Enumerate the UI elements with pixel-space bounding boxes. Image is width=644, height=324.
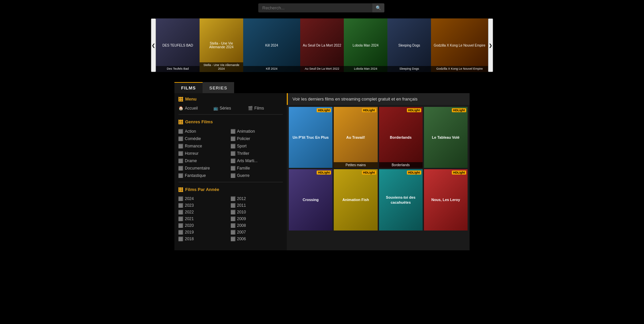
genre-icon-8: [178, 158, 183, 163]
genre-item-policier[interactable]: Policier: [231, 135, 283, 142]
hd-badge-0: HDLight: [317, 108, 331, 112]
movie-thumb-inner-5: Animation Fish: [334, 169, 377, 230]
genre-icon-7: [231, 151, 235, 156]
genre-item-thriller[interactable]: Thriller: [231, 150, 283, 157]
genre-item-documentaire[interactable]: Documentaire: [178, 165, 231, 172]
genre-item-comedie[interactable]: Comédie: [178, 135, 231, 142]
year-item-2006[interactable]: 2006: [231, 236, 283, 242]
hd-badge-4: HDLight: [317, 171, 331, 175]
year-item-2019[interactable]: 2019: [178, 229, 231, 236]
hero-item-2[interactable]: Kill 2024Kill 2024: [243, 18, 300, 72]
year-item-2020[interactable]: 2020: [178, 222, 231, 229]
year-icon-1: [231, 196, 235, 201]
hero-item-caption-3: Au Seuil De La Mort 2022: [300, 66, 344, 72]
sidebar: Menu 🏠Accueil📺Séries🎬Films Genres Films …: [174, 93, 287, 250]
tab-series[interactable]: SERIES: [203, 82, 234, 93]
movie-card-7[interactable]: Nous, Les LeroyHDLight: [424, 169, 468, 230]
sidebar-nav-films[interactable]: 🎬Films: [248, 105, 283, 112]
genre-icon-1: [231, 129, 235, 134]
header: 🔍: [0, 0, 644, 15]
genres-icon: [178, 120, 183, 124]
movie-card-6[interactable]: Souviens-toi des cacahuètesHDLight: [379, 169, 423, 230]
genre-item-sport[interactable]: Sport: [231, 142, 283, 150]
year-item-2021[interactable]: 2021: [178, 215, 231, 222]
movie-thumb-5: Animation FishHDLight: [334, 169, 377, 230]
hero-item-1[interactable]: Stella - Une Vie Allemande 2024Stella - …: [200, 18, 243, 72]
genre-item-guerre[interactable]: Guerre: [231, 172, 283, 179]
search-input[interactable]: [258, 3, 372, 12]
genre-item-romance[interactable]: Romance: [178, 142, 231, 150]
divider: [178, 114, 283, 115]
movie-thumb-inner-0: Un P'tit Truc En Plus: [289, 107, 332, 168]
tab-films[interactable]: FILMS: [174, 82, 203, 93]
hero-right-arrow[interactable]: ❯: [488, 18, 493, 72]
genres-section-title: Genres Films: [174, 116, 287, 126]
year-item-2007[interactable]: 2007: [231, 229, 283, 236]
movie-card-0[interactable]: Un P'tit Truc En PlusHDLight: [289, 107, 332, 168]
hd-badge-7: HDLight: [452, 171, 466, 175]
tabs-bar: FILMSSERIES: [174, 82, 470, 93]
hero-item-0[interactable]: DES TEUFELS BADDes Teufels Bad: [156, 18, 200, 72]
year-item-2022[interactable]: 2022: [178, 209, 231, 215]
hero-left-arrow[interactable]: ❮: [151, 18, 156, 72]
sidebar-nav-series[interactable]: 📺Séries: [213, 105, 248, 112]
genre-icon-0: [178, 129, 183, 134]
movie-card-5[interactable]: Animation FishHDLight: [334, 169, 377, 230]
content-area: Voir les derniers films en streaming com…: [287, 93, 470, 250]
hero-item-6[interactable]: Godzilla X Kong Le Nouvel EmpireGodzilla…: [431, 18, 488, 72]
movie-card-1[interactable]: Au Travail!HDLightPetites mains: [334, 107, 377, 168]
year-icon-4: [178, 210, 183, 214]
years-icon: [178, 187, 183, 192]
year-icon-13: [231, 237, 235, 241]
movie-card-2[interactable]: BorderlandsHDLightBorderlands: [379, 107, 423, 168]
hero-item-4[interactable]: Lobola Man 2024Lobola Man 2024: [344, 18, 387, 72]
search-button[interactable]: 🔍: [372, 3, 384, 12]
genre-item-action[interactable]: Action: [178, 128, 231, 135]
movie-thumb-4: CrossingHDLight: [289, 169, 332, 230]
hero-item-thumb-3: Au Seuil De La Mort 2022: [300, 18, 344, 72]
year-item-2024[interactable]: 2024: [178, 195, 231, 202]
hero-item-thumb-4: Lobola Man 2024: [344, 18, 387, 72]
year-item-2012[interactable]: 2012: [231, 195, 283, 202]
year-item-2011[interactable]: 2011: [231, 202, 283, 209]
year-icon-2: [178, 203, 183, 208]
year-icon-3: [231, 203, 235, 208]
movies-grid: Un P'tit Truc En PlusHDLightAu Travail!H…: [287, 105, 470, 233]
genre-icon-12: [178, 173, 183, 178]
genre-item-arts-marti[interactable]: Arts Marti...: [231, 157, 283, 165]
search-bar: 🔍: [258, 3, 386, 12]
movie-thumb-inner-1: Au Travail!: [334, 107, 377, 168]
genre-item-horreur[interactable]: Horreur: [178, 150, 231, 157]
nav-icon-2: 🎬: [248, 106, 253, 111]
hd-badge-2: HDLight: [407, 108, 421, 112]
year-item-2023[interactable]: 2023: [178, 202, 231, 209]
movie-card-3[interactable]: Le Tableau VoléHDLight: [424, 107, 468, 168]
genre-item-fantastique[interactable]: Fantastique: [178, 172, 231, 179]
movie-thumb-3: Le Tableau VoléHDLight: [424, 107, 468, 168]
year-item-2010[interactable]: 2010: [231, 209, 283, 215]
movie-card-4[interactable]: CrossingHDLight: [289, 169, 332, 230]
year-item-2008[interactable]: 2008: [231, 222, 283, 229]
genre-icon-6: [178, 151, 183, 156]
year-item-2018[interactable]: 2018: [178, 236, 231, 242]
year-item-2009[interactable]: 2009: [231, 215, 283, 222]
genre-item-famille[interactable]: Famille: [231, 165, 283, 172]
year-icon-6: [178, 216, 183, 221]
year-icon-5: [231, 210, 235, 214]
genre-icon-2: [178, 136, 183, 141]
nav-icon-0: 🏠: [178, 106, 183, 111]
genre-icon-10: [178, 166, 183, 171]
genre-item-drame[interactable]: Drame: [178, 157, 231, 165]
years-section-title: Films Par Année: [174, 184, 287, 194]
hero-item-5[interactable]: Sleeping DogsSleeping Dogs: [387, 18, 431, 72]
hero-item-3[interactable]: Au Seuil De La Mort 2022Au Seuil De La M…: [300, 18, 344, 72]
divider2: [178, 182, 283, 182]
menu-icon: [178, 97, 183, 102]
hero-item-thumb-2: Kill 2024: [243, 18, 300, 72]
movie-thumb-inner-4: Crossing: [289, 169, 332, 230]
year-icon-0: [178, 196, 183, 201]
sidebar-nav-accueil[interactable]: 🏠Accueil: [178, 105, 213, 112]
hero-item-caption-4: Lobola Man 2024: [344, 66, 387, 72]
genre-item-animation[interactable]: Animation: [231, 128, 283, 135]
content-header: Voir les derniers films en streaming com…: [287, 93, 470, 105]
